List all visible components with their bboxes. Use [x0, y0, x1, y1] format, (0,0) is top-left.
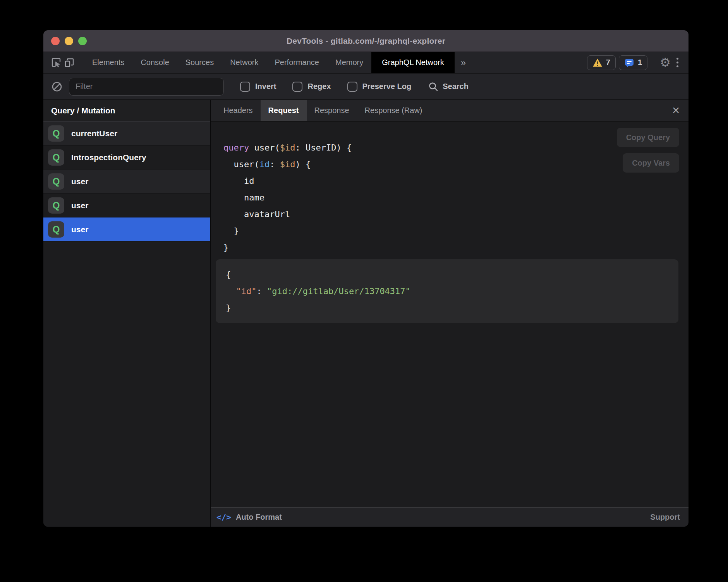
query-name: user	[71, 201, 88, 210]
filter-bar: Invert Regex Preserve Log Search	[43, 74, 689, 100]
detail-footer: </> Auto Format Support	[211, 507, 689, 527]
code-brackets-icon: </>	[216, 513, 231, 522]
preserve-log-checkbox[interactable]	[347, 82, 357, 92]
list-item-user-2[interactable]: Q user	[43, 193, 210, 217]
graphql-query-code: query user($id: UserID) { user(id: $id) …	[223, 139, 689, 256]
preserve-log-checkbox-group: Preserve Log	[347, 82, 412, 92]
title-bar: DevTools - gitlab.com/-/graphql-explorer	[43, 30, 689, 52]
maximize-window-button[interactable]	[78, 37, 87, 45]
close-panel-icon[interactable]: ✕	[663, 105, 689, 116]
filter-input[interactable]	[69, 78, 224, 96]
copy-query-button[interactable]: Copy Query	[617, 128, 679, 147]
inspect-element-icon[interactable]	[50, 56, 63, 69]
close-window-button[interactable]	[51, 37, 60, 45]
list-item-user-1[interactable]: Q user	[43, 169, 210, 193]
traffic-lights	[51, 30, 87, 51]
invert-checkbox-group: Invert	[240, 82, 276, 92]
copy-vars-button[interactable]: Copy Vars	[623, 153, 679, 173]
issues-badge[interactable]: 1	[619, 55, 647, 70]
query-type-badge: Q	[48, 197, 64, 214]
tab-request[interactable]: Request	[261, 100, 307, 121]
clear-block-icon[interactable]	[50, 80, 64, 93]
regex-checkbox-group: Regex	[292, 82, 331, 92]
tab-graphql-network[interactable]: GraphQL Network	[371, 52, 454, 73]
query-type-badge: Q	[48, 221, 64, 238]
query-list-empty-area	[43, 241, 210, 527]
invert-label: Invert	[255, 82, 276, 91]
tab-sources[interactable]: Sources	[177, 52, 222, 73]
list-item-currentuser[interactable]: Q currentUser	[43, 122, 210, 146]
query-type-badge: Q	[48, 149, 64, 166]
devtools-window: DevTools - gitlab.com/-/graphql-explorer…	[43, 30, 689, 527]
regex-label: Regex	[307, 82, 331, 91]
kebab-menu-icon[interactable]	[672, 58, 683, 67]
search-control[interactable]: Search	[428, 82, 469, 92]
desktop-background: DevTools - gitlab.com/-/graphql-explorer…	[0, 0, 728, 582]
list-item-user-3-selected[interactable]: Q user	[43, 217, 210, 241]
toolbar-divider	[80, 57, 80, 68]
device-toolbar-icon[interactable]	[63, 56, 76, 69]
message-count: 1	[638, 58, 642, 67]
query-variables-code: { "id": "gid://gitlab/User/13704317"}	[226, 266, 668, 316]
devtools-body: Query / Mutation Q currentUser Q Introsp…	[43, 100, 689, 527]
query-variables-box: { "id": "gid://gitlab/User/13704317"}	[216, 259, 678, 323]
query-list-panel: Query / Mutation Q currentUser Q Introsp…	[43, 100, 211, 527]
auto-format-label: Auto Format	[236, 513, 282, 522]
tab-network[interactable]: Network	[222, 52, 266, 73]
query-list-header: Query / Mutation	[43, 100, 210, 122]
devtools-tab-bar: Elements Console Sources Network Perform…	[43, 52, 689, 74]
minimize-window-button[interactable]	[65, 37, 73, 45]
tab-elements[interactable]: Elements	[84, 52, 132, 73]
settings-gear-icon[interactable]: ⚙	[659, 56, 672, 69]
detail-tab-strip: Headers Request Response Response (Raw) …	[211, 100, 689, 122]
list-item-introspectionquery[interactable]: Q IntrospectionQuery	[43, 146, 210, 169]
search-label: Search	[443, 82, 469, 91]
regex-checkbox[interactable]	[292, 82, 302, 92]
preserve-log-label: Preserve Log	[362, 82, 412, 91]
request-detail-panel: Headers Request Response Response (Raw) …	[211, 100, 689, 527]
message-icon	[624, 58, 634, 68]
request-content: query user($id: UserID) { user(id: $id) …	[211, 122, 689, 507]
query-name: user	[71, 225, 88, 234]
tab-response[interactable]: Response	[307, 100, 357, 121]
query-name: user	[71, 177, 88, 186]
query-name: IntrospectionQuery	[71, 153, 146, 162]
warning-icon	[592, 58, 603, 67]
tab-performance[interactable]: Performance	[267, 52, 328, 73]
tab-headers[interactable]: Headers	[216, 100, 261, 121]
toolbar-divider-right	[653, 57, 653, 68]
warnings-badge[interactable]: 7	[587, 55, 616, 70]
search-icon	[428, 82, 438, 92]
query-type-badge: Q	[48, 173, 64, 190]
tab-memory[interactable]: Memory	[327, 52, 371, 73]
warning-count: 7	[606, 58, 610, 67]
query-name: currentUser	[71, 129, 117, 138]
support-link[interactable]: Support	[650, 513, 680, 522]
auto-format-control[interactable]: </> Auto Format	[216, 513, 282, 522]
tab-response-raw[interactable]: Response (Raw)	[357, 100, 430, 121]
window-title: DevTools - gitlab.com/-/graphql-explorer	[287, 36, 445, 46]
tab-console[interactable]: Console	[132, 52, 177, 73]
more-tabs-icon[interactable]: »	[455, 57, 472, 68]
invert-checkbox[interactable]	[240, 82, 250, 92]
query-type-badge: Q	[48, 125, 64, 142]
